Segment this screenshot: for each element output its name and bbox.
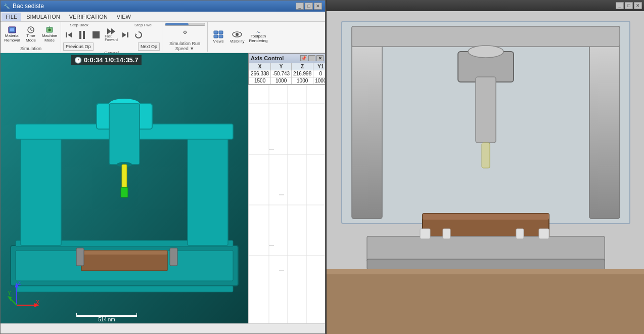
svg-point-19 bbox=[258, 32, 259, 33]
axis-control-pin-button[interactable]: 📌 bbox=[300, 55, 307, 61]
machine-mode-button[interactable]: MachineMode bbox=[40, 27, 59, 41]
3d-view[interactable]: 🕐 0:0:34 1/0:14:35.7 bbox=[1, 53, 248, 326]
menu-view[interactable]: VIEW bbox=[113, 13, 135, 21]
svg-line-4 bbox=[31, 30, 32, 31]
stop-icon bbox=[93, 31, 100, 38]
svg-rect-62 bbox=[352, 26, 382, 219]
camera-minimize-button[interactable]: _ bbox=[616, 2, 624, 9]
menu-verification[interactable]: VERIFICATION bbox=[65, 13, 112, 21]
control-section: Step Back Step Fwd bbox=[61, 22, 162, 52]
axis-y1-val: 0 bbox=[313, 70, 325, 77]
speed-settings-button[interactable]: ⚙ bbox=[180, 27, 190, 37]
svg-marker-12 bbox=[135, 33, 137, 35]
camera-window: _ □ ✕ bbox=[326, 0, 644, 334]
camera-feed-svg bbox=[327, 11, 644, 334]
svg-point-66 bbox=[468, 46, 503, 58]
main-window: 🔧 Bac sediste _ □ ✕ FILE SIMULATION VERI… bbox=[0, 0, 326, 334]
axis-indicator: Z X Y bbox=[7, 280, 42, 311]
maximize-button[interactable]: □ bbox=[305, 3, 313, 10]
svg-rect-11 bbox=[127, 32, 128, 37]
restart-icon bbox=[134, 30, 143, 39]
pause-button[interactable] bbox=[75, 28, 88, 41]
views-button[interactable]: Views bbox=[210, 30, 227, 44]
step-back-label: Step Back bbox=[63, 23, 88, 27]
material-removal-icon bbox=[8, 26, 17, 33]
svg-rect-70 bbox=[423, 214, 549, 220]
status-bar bbox=[1, 323, 325, 333]
view-buttons: Views Visibility ToolpathRendering bbox=[210, 23, 269, 51]
svg-rect-32 bbox=[122, 164, 127, 190]
axis-y-val2: 1000 bbox=[271, 77, 292, 85]
step-back-icon bbox=[65, 31, 73, 39]
axis-z-val: 216.998 bbox=[292, 70, 313, 77]
scale-bar: 514 nm bbox=[76, 313, 137, 322]
svg-rect-68 bbox=[482, 143, 490, 168]
simulation-label: Simulation bbox=[3, 46, 59, 51]
fast-forward-label: FastForward bbox=[105, 34, 118, 41]
speed-dropdown-icon[interactable]: ▼ bbox=[190, 46, 194, 51]
svg-rect-33 bbox=[121, 187, 128, 197]
axis-header-y1: Y1 bbox=[313, 63, 325, 70]
previous-op-label: Previous Op bbox=[66, 44, 91, 49]
timer-value: 0:0:34 1/0:14:35.7 bbox=[84, 56, 139, 64]
next-op-button[interactable]: Next Op bbox=[138, 43, 160, 51]
svg-rect-25 bbox=[21, 129, 61, 245]
material-removal-button[interactable]: MaterialRemoval bbox=[3, 27, 21, 41]
axis-control-close-button[interactable]: ✕ bbox=[316, 55, 324, 61]
axis-control-titlebar: Axis Control 📌 _ ✕ bbox=[249, 54, 325, 63]
axis-row-2: 1500 1000 1000 1000 200 bbox=[249, 77, 326, 85]
svg-marker-10 bbox=[122, 32, 126, 37]
menu-bar: FILE SIMULATION VERIFICATION VIEW bbox=[1, 12, 325, 22]
step-back-button[interactable] bbox=[63, 28, 74, 42]
visibility-label: Visibility bbox=[230, 39, 245, 44]
previous-op-button[interactable]: Previous Op bbox=[63, 43, 94, 51]
main-toolbar: MaterialRemoval TimeMode bbox=[1, 22, 325, 53]
restart-button[interactable] bbox=[132, 28, 145, 41]
visibility-button[interactable]: Visibility bbox=[227, 30, 247, 44]
speed-section: ⚙ Simulation Run Speed ▼ bbox=[162, 22, 208, 52]
svg-marker-8 bbox=[68, 32, 72, 37]
svg-rect-26 bbox=[188, 129, 228, 245]
axis-control-minimize-button[interactable]: _ bbox=[308, 55, 315, 61]
menu-file[interactable]: FILE bbox=[2, 13, 21, 21]
pause-icon bbox=[79, 31, 85, 39]
time-mode-label: TimeMode bbox=[26, 34, 36, 43]
svg-rect-72 bbox=[367, 259, 605, 269]
timer-overlay: 🕐 0:0:34 1/0:14:35.7 bbox=[71, 55, 142, 65]
camera-maximize-button[interactable]: □ bbox=[625, 2, 633, 9]
camera-close-button[interactable]: ✕ bbox=[634, 2, 642, 9]
axis-svg: Z X Y bbox=[7, 280, 42, 310]
step-fwd-button[interactable] bbox=[120, 28, 131, 42]
svg-rect-47 bbox=[249, 53, 325, 326]
speed-track bbox=[165, 23, 205, 26]
svg-text:Z: Z bbox=[18, 280, 21, 286]
close-button[interactable]: ✕ bbox=[314, 3, 322, 10]
speed-label: Simulation Run Speed ▼ bbox=[164, 41, 205, 51]
chart-panel bbox=[248, 53, 325, 326]
simulation-buttons: MaterialRemoval TimeMode bbox=[3, 23, 59, 46]
toolpath-rendering-label: ToolpathRendering bbox=[249, 34, 268, 44]
time-mode-button[interactable]: TimeMode bbox=[22, 27, 40, 41]
next-op-label: Next Op bbox=[141, 44, 157, 49]
svg-rect-1 bbox=[10, 28, 14, 31]
views-label: Views bbox=[213, 39, 223, 44]
svg-rect-78 bbox=[327, 269, 644, 274]
material-removal-label: MaterialRemoval bbox=[4, 34, 20, 43]
speed-content: ⚙ bbox=[165, 23, 205, 41]
machine-mode-icon bbox=[45, 26, 54, 33]
time-mode-icon bbox=[26, 26, 35, 33]
axis-control-title: Axis Control bbox=[251, 55, 284, 61]
svg-rect-63 bbox=[589, 26, 620, 219]
stop-button[interactable] bbox=[89, 28, 103, 41]
minimize-button[interactable]: _ bbox=[296, 3, 304, 10]
axis-header-y: Y bbox=[271, 63, 292, 70]
views-icon bbox=[213, 30, 223, 38]
scale-bar-label: 514 nm bbox=[98, 317, 115, 322]
fast-forward-button[interactable]: FastForward bbox=[104, 28, 119, 41]
svg-rect-37 bbox=[170, 248, 177, 266]
svg-marker-45 bbox=[8, 296, 12, 301]
menu-simulation[interactable]: SIMULATION bbox=[22, 13, 64, 21]
axis-control-buttons: 📌 _ ✕ bbox=[300, 55, 324, 61]
simulation-run-speed-label: Simulation Run Speed bbox=[169, 41, 200, 51]
toolpath-rendering-button[interactable]: ToolpathRendering bbox=[247, 30, 269, 44]
